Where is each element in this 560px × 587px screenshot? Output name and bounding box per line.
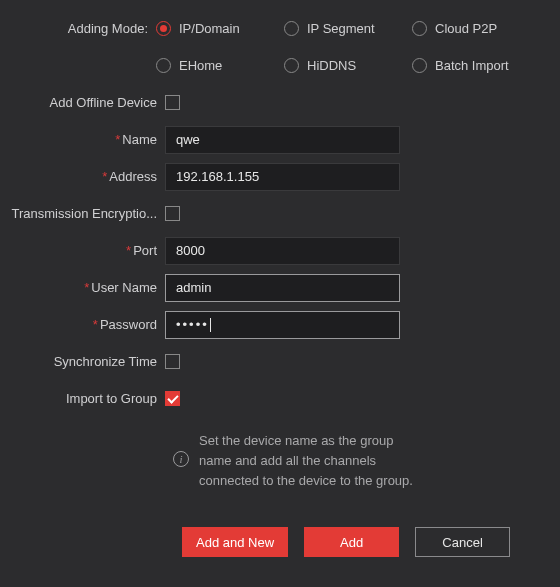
label-password: *Password [10,317,165,332]
checkbox-import-group[interactable] [165,391,180,406]
button-bar: Add and New Add Cancel [10,527,540,557]
radio-batch-import[interactable]: Batch Import [412,58,540,73]
row-username: *User Name [10,269,540,306]
radios-row-2: EHome HiDDNS Batch Import [156,58,540,73]
row-password: *Password ••••• [10,306,540,343]
radio-label: HiDDNS [307,58,356,73]
radio-ehome[interactable]: EHome [156,58,284,73]
address-input[interactable] [165,163,400,191]
cancel-button[interactable]: Cancel [415,527,510,557]
row-port: *Port [10,232,540,269]
row-add-offline: Add Offline Device [10,84,540,121]
username-input[interactable] [165,274,400,302]
name-input[interactable] [165,126,400,154]
radio-label: EHome [179,58,222,73]
radio-icon [412,58,427,73]
info-row: i Set the device name as the group name … [10,431,540,491]
label-import-group: Import to Group [10,391,165,406]
radio-icon [156,21,171,36]
checkbox-sync-time[interactable] [165,354,180,369]
row-sync-time: Synchronize Time [10,343,540,380]
radio-ip-domain[interactable]: IP/Domain [156,21,284,36]
label-adding-mode: Adding Mode: [10,21,156,36]
radio-icon [284,21,299,36]
label-address: *Address [10,169,165,184]
port-input[interactable] [165,237,400,265]
row-adding-mode: Adding Mode: IP/Domain IP Segment Cloud … [10,10,540,47]
radios-row-1: IP/Domain IP Segment Cloud P2P [156,21,540,36]
label-trans-enc: Transmission Encryptio... [10,206,165,221]
radio-hiddns[interactable]: HiDDNS [284,58,412,73]
label-add-offline: Add Offline Device [10,95,165,110]
text-caret [210,318,211,332]
radio-label: IP/Domain [179,21,240,36]
add-device-form: Adding Mode: IP/Domain IP Segment Cloud … [0,0,560,557]
label-username: *User Name [10,280,165,295]
checkbox-add-offline[interactable] [165,95,180,110]
label-sync-time: Synchronize Time [10,354,165,369]
add-button[interactable]: Add [304,527,399,557]
radio-icon [156,58,171,73]
radio-cloud-p2p[interactable]: Cloud P2P [412,21,540,36]
row-trans-enc: Transmission Encryptio... [10,195,540,232]
row-import-group: Import to Group [10,380,540,417]
checkbox-trans-enc[interactable] [165,206,180,221]
row-adding-mode-2: EHome HiDDNS Batch Import [10,47,540,84]
label-name: *Name [10,132,165,147]
password-value: ••••• [176,317,209,332]
radio-icon [412,21,427,36]
radio-icon [284,58,299,73]
radio-label: Cloud P2P [435,21,497,36]
label-port: *Port [10,243,165,258]
radio-label: Batch Import [435,58,509,73]
password-input[interactable]: ••••• [165,311,400,339]
info-text: Set the device name as the group name an… [199,431,424,491]
info-icon: i [173,451,189,467]
radio-ip-segment[interactable]: IP Segment [284,21,412,36]
row-name: *Name [10,121,540,158]
add-and-new-button[interactable]: Add and New [182,527,288,557]
radio-label: IP Segment [307,21,375,36]
row-address: *Address [10,158,540,195]
